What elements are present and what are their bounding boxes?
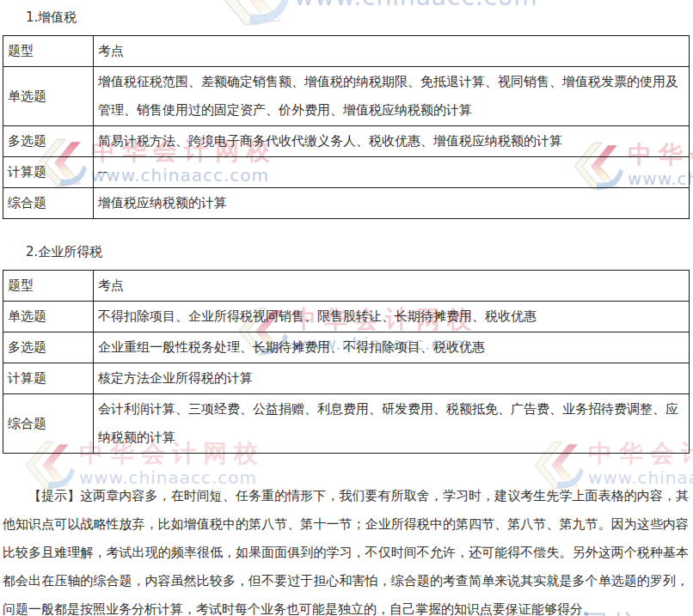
test-points-cell: -- [94, 157, 690, 188]
exam-notes-page: { "watermark": { "site_name": "中华会计网校", … [0, 0, 693, 616]
question-type-cell: 计算题 [3, 157, 94, 188]
column-header-test-points: 考点 [94, 36, 690, 67]
table-row: 综合题 增值税应纳税额的计算 [3, 188, 690, 219]
table-header-row: 题型 考点 [3, 36, 690, 67]
test-points-cell: 核定方法企业所得税的计算 [94, 363, 690, 394]
test-points-cell: 增值税征税范围、差额确定销售额、增值税的纳税期限、免抵退计算、视同销售、增值税发… [94, 67, 690, 126]
corporate-income-tax-exam-table: 题型 考点 单选题 不得扣除项目、企业所得税视同销售、限售股转让、长期待摊费用、… [3, 270, 690, 454]
section-heading-corporate-income-tax: 2.企业所得税 [0, 219, 693, 262]
question-type-cell: 计算题 [3, 363, 94, 394]
table-row: 综合题 会计利润计算、三项经费、公益捐赠、利息费用、研发费用、税额抵免、广告费、… [3, 394, 690, 454]
table-row: 多选题 简易计税方法、跨境电子商务代收代缴义务人、税收优惠、增值税应纳税额的计算 [3, 126, 690, 157]
document-content: 1.增值税 题型 考点 单选题 增值税征税范围、差额确定销售额、增值税的纳税期限… [0, 0, 693, 616]
table-row: 单选题 增值税征税范围、差额确定销售额、增值税的纳税期限、免抵退计算、视同销售、… [3, 67, 690, 126]
table-header-row: 题型 考点 [3, 271, 690, 302]
table-row: 计算题 核定方法企业所得税的计算 [3, 363, 690, 394]
vat-exam-table: 题型 考点 单选题 增值税征税范围、差额确定销售额、增值税的纳税期限、免抵退计算… [3, 35, 690, 219]
table-row: 多选题 企业重组一般性税务处理、长期待摊费用、不得扣除项目、税收优惠 [3, 332, 690, 363]
test-points-cell: 企业重组一般性税务处理、长期待摊费用、不得扣除项目、税收优惠 [94, 332, 690, 363]
section-heading-vat: 1.增值税 [0, 0, 693, 27]
test-points-cell: 会计利润计算、三项经费、公益捐赠、利息费用、研发费用、税额抵免、广告费、业务招待… [94, 394, 690, 454]
question-type-cell: 综合题 [3, 188, 94, 219]
question-type-cell: 多选题 [3, 126, 94, 157]
question-type-cell: 单选题 [3, 67, 94, 126]
column-header-question-type: 题型 [3, 36, 94, 67]
test-points-cell: 增值税应纳税额的计算 [94, 188, 690, 219]
column-header-test-points: 考点 [94, 271, 690, 302]
question-type-cell: 多选题 [3, 332, 94, 363]
tip-paragraph: 【提示】这两章内容多，在时间短、任务重的情形下，我们要有所取舍，学习时，建议考生… [3, 482, 689, 616]
question-type-cell: 综合题 [3, 394, 94, 454]
test-points-cell: 简易计税方法、跨境电子商务代收代缴义务人、税收优惠、增值税应纳税额的计算 [94, 126, 690, 157]
column-header-question-type: 题型 [3, 271, 94, 302]
test-points-cell: 不得扣除项目、企业所得税视同销售、限售股转让、长期待摊费用、税收优惠 [94, 302, 690, 332]
table-row: 计算题 -- [3, 157, 690, 188]
question-type-cell: 单选题 [3, 302, 94, 332]
table-row: 单选题 不得扣除项目、企业所得税视同销售、限售股转让、长期待摊费用、税收优惠 [3, 302, 690, 332]
